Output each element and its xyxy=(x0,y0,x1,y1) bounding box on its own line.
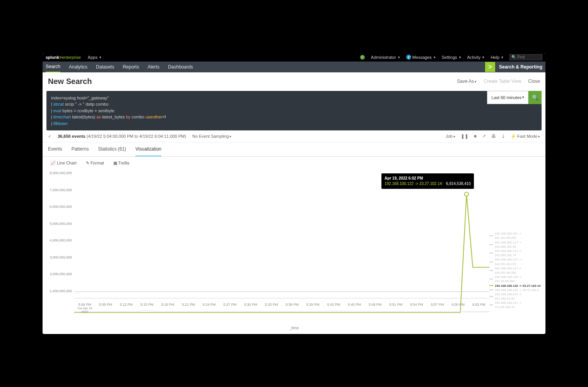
print-icon[interactable]: 🖶 xyxy=(491,134,496,139)
event-sampling[interactable]: No Event Sampling xyxy=(192,134,231,139)
time-range: (4/19/22 5:04:00.000 PM to 4/19/22 6:04:… xyxy=(87,134,186,139)
topbar-right: ✓ Administrator 2 Messages Settings Acti… xyxy=(360,54,542,60)
search-mode[interactable]: ⚡ Fast Mode xyxy=(511,134,540,139)
create-table-button: Create Table View xyxy=(484,79,521,84)
magnifier-icon: 🔍 xyxy=(511,55,516,59)
x-axis-label: _time xyxy=(43,324,545,334)
find-input[interactable]: 🔍 Find xyxy=(509,54,542,60)
magnifier-icon: 🔍 xyxy=(532,94,538,101)
nav-alerts[interactable]: Alerts xyxy=(147,64,159,70)
tooltip-value: 6,814,538,410 xyxy=(446,182,471,186)
check-icon: ✓ xyxy=(48,134,51,139)
nav-datasets[interactable]: Datasets xyxy=(96,64,114,70)
brand-prefix: splunk xyxy=(46,55,59,60)
tab-events[interactable]: Events xyxy=(48,142,62,156)
app-window: splunk>enterprise Apps ✓ Administrator 2… xyxy=(43,53,545,334)
navbar: Search Analytics Datasets Reports Alerts… xyxy=(43,62,545,72)
tooltip-series: 192.168.100.122 -> 23.27.102.14: xyxy=(385,182,443,186)
search-controls: Last 60 minutes 🔍 xyxy=(487,91,542,131)
chart-legend: 192.168.100.101 -> 151.101.26.252192.168… xyxy=(489,170,542,317)
nav-dashboards[interactable]: Dashboards xyxy=(168,64,193,70)
chart-toolbar: 📈 Line Chart ✎ Format ▦ Trellis xyxy=(43,157,545,170)
navbar-right: > Search & Reporting xyxy=(485,62,542,72)
tab-statistics[interactable]: Statistics (61) xyxy=(98,142,126,156)
y-axis: 8,000,000,0007,000,000,0006,000,000,0005… xyxy=(46,170,74,317)
page-title: New Search xyxy=(48,77,92,86)
pause-icon[interactable]: ❚❚ xyxy=(461,134,468,139)
topbar: splunk>enterprise Apps ✓ Administrator 2… xyxy=(43,53,545,62)
activity-menu[interactable]: Activity xyxy=(467,55,485,60)
event-count: 36,650 events xyxy=(58,134,85,139)
svg-point-0 xyxy=(465,192,469,197)
tab-patterns[interactable]: Patterns xyxy=(72,142,89,156)
search-editor[interactable]: index=syslog host="_gateway" | strcat sr… xyxy=(46,91,542,131)
tooltip-date: Apr 19, 2022 6:02 PM xyxy=(385,176,471,181)
format-button[interactable]: ✎ Format xyxy=(86,161,104,166)
app-name: Search & Reporting xyxy=(499,64,542,70)
messages-menu[interactable]: 2 Messages xyxy=(406,55,436,60)
chart-type-button[interactable]: 📈 Line Chart xyxy=(50,161,77,166)
chart-area: 8,000,000,0007,000,000,0006,000,000,0005… xyxy=(43,170,545,324)
apps-menu[interactable]: Apps xyxy=(88,55,101,60)
messages-badge: 2 xyxy=(406,55,411,60)
search-button[interactable]: 🔍 xyxy=(528,91,542,104)
job-menu[interactable]: Job xyxy=(446,134,455,139)
nav-reports[interactable]: Reports xyxy=(123,64,139,70)
time-range-picker[interactable]: Last 60 minutes xyxy=(487,91,528,104)
share-icon[interactable]: ↗ xyxy=(482,134,486,139)
export-icon[interactable]: ⤓ xyxy=(501,134,505,139)
brand-suffix: enterprise xyxy=(62,55,81,60)
brand-logo: splunk>enterprise xyxy=(46,55,81,60)
title-actions: Save As Create Table View Close xyxy=(457,79,540,84)
stop-icon[interactable]: ■ xyxy=(474,134,477,139)
administrator-menu[interactable]: Administrator xyxy=(371,55,400,60)
chart-plot[interactable]: Apr 19, 2022 6:02 PM 192.168.100.122 -> … xyxy=(74,170,489,317)
app-icon: > xyxy=(485,62,495,72)
chart-tooltip: Apr 19, 2022 6:02 PM 192.168.100.122 -> … xyxy=(381,173,474,189)
results-bar: ✓ 36,650 events (4/19/22 5:04:00.000 PM … xyxy=(43,130,545,142)
x-axis: 5:06 PMTue Apr 19 20225:09 PM5:12 PM5:15… xyxy=(74,303,489,313)
result-tabs: Events Patterns Statistics (61) Visualiz… xyxy=(43,142,545,157)
nav-search[interactable]: Search xyxy=(46,64,60,72)
help-menu[interactable]: Help xyxy=(491,55,503,60)
save-as-button[interactable]: Save As xyxy=(457,79,477,84)
results-actions: Job ❚❚ ■ ↗ 🖶 ⤓ ⚡ Fast Mode xyxy=(446,134,540,139)
nav-analytics[interactable]: Analytics xyxy=(69,64,87,70)
trellis-button[interactable]: ▦ Trellis xyxy=(113,161,130,166)
title-row: New Search Save As Create Table View Clo… xyxy=(43,72,545,91)
status-ok-icon[interactable]: ✓ xyxy=(360,55,365,60)
close-button[interactable]: Close xyxy=(528,79,540,84)
tab-visualization[interactable]: Visualization xyxy=(135,142,161,156)
settings-menu[interactable]: Settings xyxy=(442,55,461,60)
